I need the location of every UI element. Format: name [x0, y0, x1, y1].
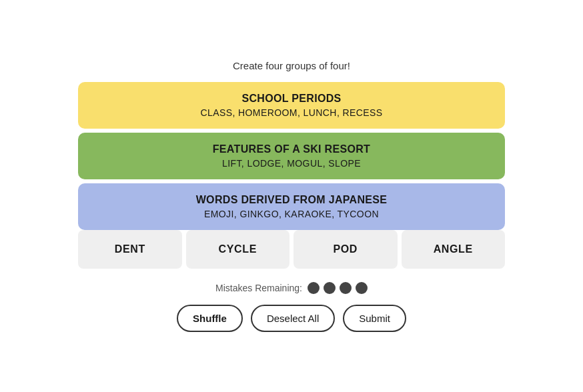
mistakes-row: Mistakes Remaining:	[215, 282, 368, 294]
word-tile-pod[interactable]: POD	[294, 230, 398, 269]
group-words-0: CLASS, HOMEROOM, LUNCH, RECESS	[200, 107, 382, 118]
group-card-0: SCHOOL PERIODSCLASS, HOMEROOM, LUNCH, RE…	[78, 82, 505, 129]
group-words-2: EMOJI, GINKGO, KARAOKE, TYCOON	[204, 209, 379, 219]
groups-area: SCHOOL PERIODSCLASS, HOMEROOM, LUNCH, RE…	[78, 82, 505, 230]
subtitle: Create four groups of four!	[233, 60, 350, 71]
shuffle-button[interactable]: Shuffle	[177, 305, 243, 332]
deselect-button[interactable]: Deselect All	[251, 305, 335, 332]
word-tile-cycle[interactable]: CYCLE	[186, 230, 290, 269]
word-tile-dent[interactable]: DENT	[78, 230, 182, 269]
mistake-dot-2	[340, 282, 352, 294]
word-tile-angle[interactable]: ANGLE	[402, 230, 506, 269]
mistake-dot-1	[324, 282, 336, 294]
mistake-dot-3	[356, 282, 368, 294]
group-title-1: FEATURES OF A SKI RESORT	[213, 143, 370, 155]
mistake-dot-0	[308, 282, 320, 294]
group-card-2: WORDS DERIVED FROM JAPANESEEMOJI, GINKGO…	[78, 183, 505, 230]
buttons-row: Shuffle Deselect All Submit	[177, 305, 406, 332]
group-title-2: WORDS DERIVED FROM JAPANESE	[196, 194, 388, 206]
mistakes-label: Mistakes Remaining:	[215, 283, 302, 293]
group-title-0: SCHOOL PERIODS	[241, 93, 341, 105]
word-tiles-grid: DENTCYCLEPODANGLE	[78, 230, 505, 269]
mistakes-dots	[308, 282, 368, 294]
group-card-1: FEATURES OF A SKI RESORTLIFT, LODGE, MOG…	[78, 133, 505, 179]
game-container: Create four groups of four! SCHOOL PERIO…	[78, 60, 505, 332]
group-words-1: LIFT, LODGE, MOGUL, SLOPE	[222, 158, 361, 169]
submit-button[interactable]: Submit	[343, 305, 406, 332]
